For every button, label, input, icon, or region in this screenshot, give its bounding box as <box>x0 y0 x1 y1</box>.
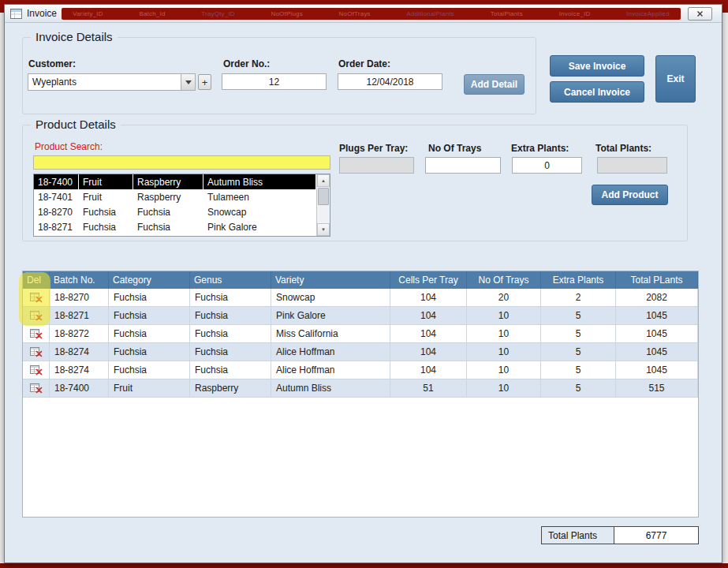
product-list-row[interactable]: 18-8270FuchsiaFuchsiaSnowcap <box>34 204 316 219</box>
grid-cell-genus[interactable]: Fuchsia <box>190 307 271 325</box>
grid-header-genus: Genus <box>190 271 271 289</box>
list-cell-code[interactable]: 18-8270 <box>34 204 78 219</box>
list-cell-variety[interactable]: Pink Galore <box>203 219 315 234</box>
grid-cell-total[interactable]: 2082 <box>616 289 698 307</box>
customer-combobox[interactable]: Wyeplants <box>28 73 196 91</box>
list-cell-category[interactable]: Fruit <box>79 174 133 189</box>
grid-cell-extra[interactable]: 5 <box>541 343 616 361</box>
grid-cell-extra[interactable]: 5 <box>541 307 616 325</box>
background-column-label: TrayQty_ID <box>201 10 235 17</box>
list-cell-variety[interactable]: Tulameen <box>203 189 315 204</box>
grid-cell-category[interactable]: Fuchsia <box>109 343 190 361</box>
product-list-row[interactable]: 18-7401FruitRaspberryTulameen <box>34 189 316 204</box>
add-detail-button[interactable]: Add Detail <box>464 74 525 95</box>
grid-cell-category[interactable]: Fruit <box>109 379 190 398</box>
list-cell-variety[interactable]: Autumn Bliss <box>203 174 315 189</box>
customer-dropdown-button[interactable] <box>181 74 195 90</box>
scroll-up-icon[interactable]: ▲ <box>317 174 330 187</box>
grid-cell-variety[interactable]: Snowcap <box>271 289 390 307</box>
grid-cell-total[interactable]: 1045 <box>616 325 698 343</box>
grid-cell-variety[interactable]: Pink Galore <box>271 307 390 325</box>
grid-cell-cells[interactable]: 104 <box>390 343 467 361</box>
chevron-down-icon <box>185 80 192 84</box>
list-cell-genus[interactable]: Raspberry <box>133 189 203 204</box>
scroll-track[interactable] <box>317 206 330 223</box>
grid-cell-trays[interactable]: 20 <box>467 289 541 307</box>
grid-cell-variety[interactable]: Autumn Bliss <box>271 379 390 398</box>
grid-cell-batch[interactable]: 18-8270 <box>50 289 109 307</box>
extra-plants-field[interactable]: 0 <box>512 157 582 174</box>
scroll-thumb[interactable] <box>318 188 329 205</box>
window-titlebar[interactable]: Invoice Variety_IDBatch_IdTrayQty_IDNoOf… <box>5 5 722 23</box>
grid-cell-trays[interactable]: 10 <box>467 343 541 361</box>
grid-cell-extra[interactable]: 5 <box>541 325 616 343</box>
grid-cell-batch[interactable]: 18-8274 <box>50 361 109 379</box>
grid-cell-total[interactable]: 1045 <box>616 343 698 361</box>
grid-cell-category[interactable]: Fuchsia <box>109 361 190 379</box>
grid-cell-variety[interactable]: Miss California <box>271 325 390 343</box>
add-customer-button[interactable]: + <box>198 74 211 90</box>
grid-cell-variety[interactable]: Alice Hoffman <box>271 361 390 379</box>
grid-cell-cells[interactable]: 104 <box>390 325 467 343</box>
grid-cell-genus[interactable]: Fuchsia <box>190 361 271 379</box>
delete-record-button[interactable] <box>23 343 50 361</box>
order-no-field[interactable]: 12 <box>222 73 327 90</box>
list-cell-code[interactable]: 18-8271 <box>34 219 78 234</box>
list-cell-genus[interactable]: Fuchsia <box>133 204 203 219</box>
delete-record-button[interactable] <box>23 361 50 379</box>
list-cell-code[interactable]: 18-7401 <box>34 189 78 204</box>
list-cell-variety[interactable]: Snowcap <box>203 204 315 219</box>
delete-record-button[interactable] <box>23 289 50 307</box>
grid-header-cells-per-tray: Cells Per Tray <box>390 271 467 289</box>
grid-cell-variety[interactable]: Alice Hoffman <box>271 343 390 361</box>
list-cell-genus[interactable]: Fuchsia <box>133 219 203 234</box>
product-search-input[interactable] <box>33 155 330 170</box>
save-invoice-button[interactable]: Save Invoice <box>550 55 644 77</box>
no-of-trays-field[interactable] <box>425 157 501 174</box>
grid-cell-batch[interactable]: 18-8272 <box>50 325 109 343</box>
grid-cell-genus[interactable]: Fuchsia <box>190 325 271 343</box>
list-cell-genus[interactable]: Raspberry <box>133 174 203 189</box>
grid-cell-genus[interactable]: Fuchsia <box>190 289 271 307</box>
list-cell-category[interactable]: Fruit <box>79 189 133 204</box>
grid-cell-batch[interactable]: 18-7400 <box>50 379 109 398</box>
close-button[interactable] <box>688 7 712 21</box>
grid-cell-cells[interactable]: 51 <box>390 379 467 398</box>
grid-cell-trays[interactable]: 10 <box>467 361 541 379</box>
grid-cell-cells[interactable]: 104 <box>390 307 467 325</box>
order-date-field[interactable]: 12/04/2018 <box>338 73 442 90</box>
grid-cell-extra[interactable]: 2 <box>541 289 616 307</box>
grid-cell-extra[interactable]: 5 <box>541 379 616 398</box>
list-cell-code[interactable]: 18-7400 <box>34 174 78 189</box>
list-cell-category[interactable]: Fuchsia <box>79 219 133 234</box>
scroll-down-icon[interactable]: ▼ <box>317 223 330 236</box>
list-cell-category[interactable]: Fuchsia <box>79 204 133 219</box>
delete-record-button[interactable] <box>23 325 50 343</box>
grid-cell-cells[interactable]: 104 <box>390 361 467 379</box>
grid-cell-batch[interactable]: 18-8274 <box>50 343 109 361</box>
grid-cell-trays[interactable]: 10 <box>467 325 541 343</box>
grid-cell-cells[interactable]: 104 <box>390 289 467 307</box>
grid-cell-category[interactable]: Fuchsia <box>109 289 190 307</box>
product-list-row[interactable]: 18-7400FruitRaspberryAutumn Bliss <box>34 174 316 189</box>
grid-cell-total[interactable]: 1045 <box>616 361 698 379</box>
grid-cell-batch[interactable]: 18-8271 <box>50 307 109 325</box>
grid-cell-total[interactable]: 515 <box>616 379 698 398</box>
footer-total-plants-value[interactable]: 6777 <box>614 526 699 544</box>
grid-cell-trays[interactable]: 10 <box>467 307 541 325</box>
cancel-invoice-button[interactable]: Cancel Invoice <box>550 81 644 103</box>
grid-cell-category[interactable]: Fuchsia <box>109 325 190 343</box>
grid-cell-genus[interactable]: Fuchsia <box>190 343 271 361</box>
grid-cell-category[interactable]: Fuchsia <box>109 307 190 325</box>
delete-record-button[interactable] <box>23 379 50 398</box>
grid-cell-total[interactable]: 1045 <box>616 307 698 325</box>
window-title: Invoice <box>27 8 57 19</box>
grid-cell-trays[interactable]: 10 <box>467 379 541 398</box>
product-list-row[interactable]: 18-8271FuchsiaFuchsiaPink Galore <box>34 219 316 234</box>
grid-cell-extra[interactable]: 5 <box>541 361 616 379</box>
add-product-button[interactable]: Add Product <box>592 185 668 205</box>
exit-button[interactable]: Exit <box>655 55 696 103</box>
delete-record-button[interactable] <box>23 307 50 325</box>
list-scrollbar[interactable]: ▲ ▼ <box>316 174 330 236</box>
grid-cell-genus[interactable]: Raspberry <box>190 379 271 398</box>
